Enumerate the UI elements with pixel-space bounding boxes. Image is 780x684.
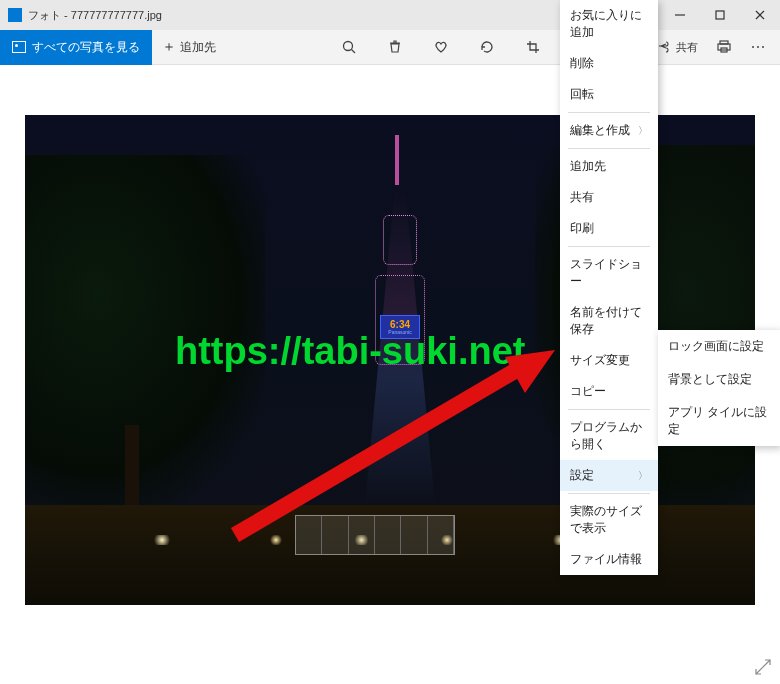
- delete-button[interactable]: [387, 39, 403, 55]
- view-all-label: すべての写真を見る: [32, 39, 140, 56]
- maximize-icon: [712, 7, 728, 23]
- menu-separator: [568, 493, 650, 494]
- menu-separator: [568, 148, 650, 149]
- printer-icon: [716, 39, 732, 55]
- menu-separator: [568, 246, 650, 247]
- photo-pavilion: [295, 515, 455, 555]
- plus-icon: ＋: [162, 38, 176, 56]
- svg-rect-1: [716, 11, 724, 19]
- share-icon: [656, 39, 672, 55]
- svg-line-14: [756, 660, 770, 674]
- minimize-button[interactable]: [660, 0, 700, 30]
- window-title: フォト - 777777777777.jpg: [28, 8, 162, 23]
- menu-actual-size[interactable]: 実際のサイズで表示: [560, 496, 658, 544]
- crop-icon: [525, 39, 541, 55]
- add-to-label: 追加先: [180, 39, 216, 56]
- menu-rotate[interactable]: 回転: [560, 79, 658, 110]
- svg-line-5: [352, 50, 356, 54]
- chevron-right-icon: 〉: [638, 469, 648, 483]
- menu-delete[interactable]: 削除: [560, 48, 658, 79]
- toolbar-center: [341, 39, 541, 55]
- svg-point-4: [344, 42, 353, 51]
- toolbar-left: すべての写真を見る ＋ 追加先: [0, 30, 226, 65]
- close-icon: [752, 7, 768, 23]
- collection-icon: [12, 41, 26, 53]
- settings-submenu: ロック画面に設定 背景として設定 アプリ タイルに設定: [658, 330, 780, 446]
- menu-resize[interactable]: サイズ変更: [560, 345, 658, 376]
- zoom-button[interactable]: [341, 39, 357, 55]
- favorite-button[interactable]: [433, 39, 449, 55]
- menu-separator: [568, 112, 650, 113]
- toolbar-right: 共有: [656, 39, 780, 55]
- menu-file-info[interactable]: ファイル情報: [560, 544, 658, 575]
- print-button[interactable]: [716, 39, 732, 55]
- crop-button[interactable]: [525, 39, 541, 55]
- submenu-app-tile[interactable]: アプリ タイルに設定: [658, 396, 780, 446]
- svg-rect-7: [718, 44, 730, 50]
- menu-share[interactable]: 共有: [560, 182, 658, 213]
- context-menu: お気に入りに追加 削除 回転 編集と作成〉 追加先 共有 印刷 スライドショー …: [560, 0, 658, 575]
- resize-grip-icon[interactable]: [754, 658, 772, 676]
- view-all-photos-button[interactable]: すべての写真を見る: [0, 30, 152, 65]
- rotate-icon: [479, 39, 495, 55]
- ellipsis-icon: [750, 39, 766, 55]
- window-controls: [660, 0, 780, 30]
- rotate-button[interactable]: [479, 39, 495, 55]
- toolbar: すべての写真を見る ＋ 追加先 共有: [0, 30, 780, 65]
- heart-icon: [433, 39, 449, 55]
- submenu-background[interactable]: 背景として設定: [658, 363, 780, 396]
- menu-edit-create[interactable]: 編集と作成〉: [560, 115, 658, 146]
- add-to-button[interactable]: ＋ 追加先: [152, 38, 226, 56]
- menu-save-as[interactable]: 名前を付けて保存: [560, 297, 658, 345]
- trash-icon: [387, 39, 403, 55]
- svg-point-11: [762, 46, 764, 48]
- svg-point-10: [757, 46, 759, 48]
- tower-time: 6:34: [390, 320, 410, 330]
- close-button[interactable]: [740, 0, 780, 30]
- titlebar: フォト - 777777777777.jpg: [0, 0, 780, 30]
- menu-print[interactable]: 印刷: [560, 213, 658, 244]
- magnifier-icon: [341, 39, 357, 55]
- share-button[interactable]: 共有: [656, 39, 698, 55]
- submenu-lock-screen[interactable]: ロック画面に設定: [658, 330, 780, 363]
- more-button[interactable]: [750, 39, 766, 55]
- menu-copy[interactable]: コピー: [560, 376, 658, 407]
- titlebar-left: フォト - 777777777777.jpg: [8, 8, 162, 23]
- maximize-button[interactable]: [700, 0, 740, 30]
- app-icon: [8, 8, 22, 22]
- minimize-icon: [672, 7, 688, 23]
- menu-add-to[interactable]: 追加先: [560, 151, 658, 182]
- menu-add-favorite[interactable]: お気に入りに追加: [560, 0, 658, 48]
- share-label: 共有: [676, 40, 698, 55]
- photo-tower: 6:34 Panasonic: [365, 135, 435, 505]
- svg-point-9: [752, 46, 754, 48]
- menu-separator: [568, 409, 650, 410]
- menu-open-with[interactable]: プログラムから開く: [560, 412, 658, 460]
- menu-slideshow[interactable]: スライドショー: [560, 249, 658, 297]
- chevron-right-icon: 〉: [638, 124, 648, 138]
- menu-settings[interactable]: 設定〉: [560, 460, 658, 491]
- watermark-text: https://tabi-suki.net: [175, 330, 525, 373]
